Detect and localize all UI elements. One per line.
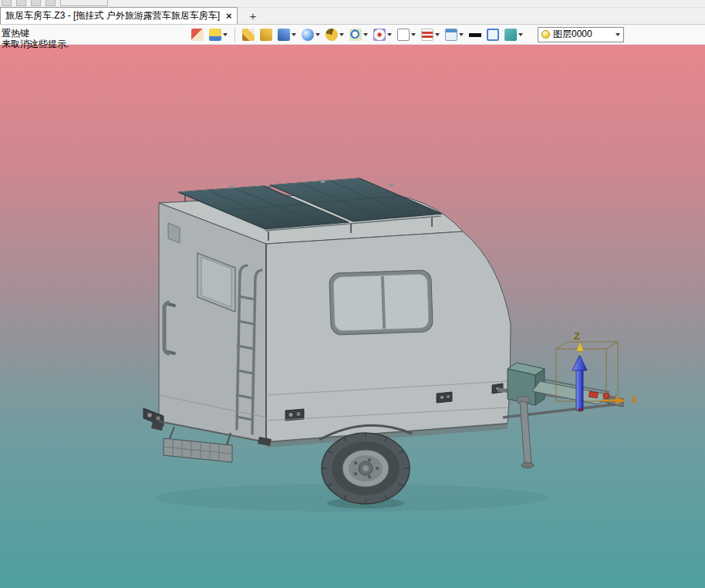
- document-tab-title: 旅居车房车.Z3 - [拖挂式 户外旅游露营车旅居车房车]: [5, 9, 220, 22]
- wheel: [322, 433, 410, 504]
- chevron-down-icon: [292, 33, 296, 36]
- cube-gold-icon: [260, 29, 272, 41]
- main-toolbar: 图层0000: [0, 25, 705, 45]
- chevron-down-icon: [411, 33, 416, 36]
- layer-select[interactable]: 图层0000: [538, 27, 624, 42]
- dimension-icon: [421, 29, 433, 41]
- line-width-button[interactable]: [467, 28, 483, 42]
- tab-bar: 旅居车房车.Z3 - [拖挂式 户外旅游露营车旅居车房车] × +: [0, 8, 705, 25]
- toolbar-separator: [234, 28, 235, 42]
- jockey-leg: [518, 397, 534, 468]
- chevron-down-icon: [339, 33, 344, 36]
- chevron-down-icon: [435, 33, 440, 36]
- cube-blue-button[interactable]: [276, 28, 298, 42]
- axis-origin-dot: [579, 408, 582, 412]
- back-sheet-button[interactable]: [190, 28, 205, 42]
- point-target-icon: [373, 29, 386, 41]
- point-target-button[interactable]: [372, 28, 393, 42]
- drawbar-assembly[interactable]: [498, 363, 623, 468]
- bulb-icon: [541, 30, 550, 39]
- hitch-red-part: [589, 391, 598, 397]
- chevron-down-icon: [223, 33, 228, 36]
- quickbar-fragment-icon[interactable]: [2, 0, 12, 6]
- pencil-edit-button[interactable]: [241, 28, 256, 42]
- viewport-3d[interactable]: Z X: [0, 45, 705, 588]
- layer-select-value: 图层0000: [553, 28, 612, 41]
- quickbar-fragment-icon[interactable]: [31, 0, 41, 6]
- background-box-icon: [487, 29, 499, 41]
- zoom-view-button[interactable]: [348, 28, 369, 42]
- pencil-edit-icon: [242, 29, 255, 41]
- section-pie-button[interactable]: [324, 28, 346, 42]
- fill-style-button[interactable]: [207, 28, 229, 42]
- viewport-canvas[interactable]: Z X: [0, 45, 705, 588]
- axis-z-blue-arrowhead: [572, 355, 587, 370]
- zoom-view-icon: [349, 29, 362, 41]
- table-grid-button[interactable]: [444, 28, 465, 42]
- chevron-down-icon: [363, 33, 368, 36]
- axis-z-blue-shaft: [576, 369, 583, 411]
- tab-close-icon[interactable]: ×: [226, 11, 232, 21]
- view-sphere-button[interactable]: [300, 28, 322, 42]
- axis-z-label: Z: [574, 330, 580, 342]
- toolbar-icon-group: 图层0000: [190, 27, 624, 42]
- plane-frame-icon: [397, 29, 410, 41]
- chevron-down-icon: [315, 33, 320, 36]
- side-window: [329, 270, 433, 336]
- axis-x-label: X: [631, 394, 638, 405]
- chevron-down-icon: [616, 33, 620, 36]
- back-sheet-icon: [191, 29, 204, 41]
- trailer-model[interactable]: [143, 178, 623, 509]
- dimension-button[interactable]: [420, 28, 441, 42]
- chevron-down-icon: [459, 33, 464, 36]
- chevron-down-icon: [518, 33, 523, 36]
- layers-icon: [504, 29, 517, 41]
- section-pie-icon: [326, 29, 338, 41]
- axis-z-yellow-arrow: [576, 342, 584, 351]
- plane-frame-button[interactable]: [396, 28, 417, 42]
- quickbar-fragment-icon[interactable]: [16, 0, 26, 6]
- quickbar-dropdown-fragment[interactable]: [60, 0, 108, 6]
- table-grid-icon: [445, 29, 457, 41]
- layers-button[interactable]: [503, 28, 525, 42]
- cube-gold-button[interactable]: [258, 28, 274, 42]
- document-tab[interactable]: 旅居车房车.Z3 - [拖挂式 户外旅游露营车旅居车房车] ×: [0, 7, 238, 24]
- new-tab-button[interactable]: +: [245, 8, 261, 24]
- chevron-down-icon: [387, 33, 392, 36]
- view-sphere-icon: [302, 29, 314, 41]
- line-width-icon: [469, 29, 481, 41]
- background-box-button[interactable]: [485, 28, 501, 42]
- cube-blue-icon: [278, 29, 290, 41]
- fill-style-icon: [209, 29, 221, 41]
- quickbar-fragment-icon[interactable]: [46, 0, 56, 6]
